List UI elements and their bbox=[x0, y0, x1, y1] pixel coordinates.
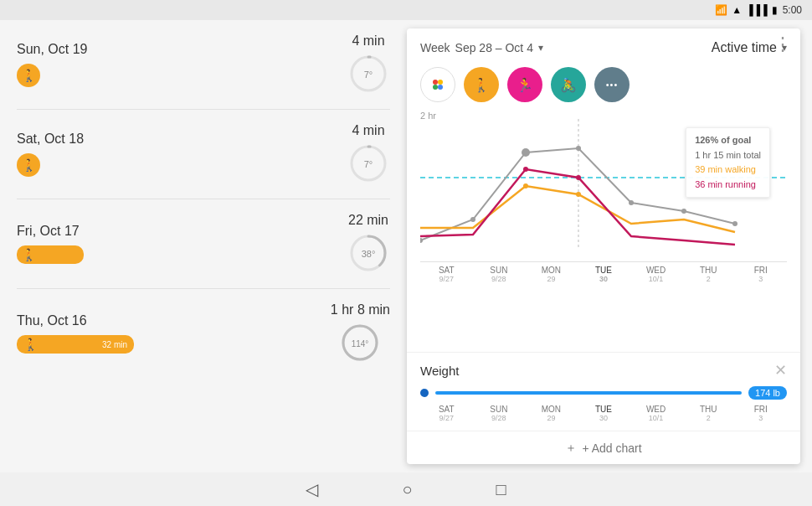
chart-svg-container: 126% of goal 1 hr 15 min total 39 min wa… bbox=[420, 111, 787, 261]
activity-icon-row: 🚶 bbox=[17, 153, 347, 177]
svg-point-26 bbox=[576, 192, 581, 197]
x-label-sat: SAT 9/27 bbox=[420, 266, 473, 283]
weight-bar-row: 174 lb bbox=[420, 386, 787, 400]
chart-x-labels: SAT 9/27 SUN 9/28 MON 29 TUE 30 WED 10 bbox=[420, 261, 787, 287]
activity-duration: 4 min bbox=[352, 34, 384, 49]
circle-progress: 7° bbox=[347, 52, 390, 96]
plus-icon: ＋ bbox=[565, 441, 577, 456]
week-range: Sep 28 – Oct 4 bbox=[455, 41, 533, 54]
svg-point-12 bbox=[433, 80, 438, 85]
status-bar: 📶 ▲ ▐▐▐ ▮ 5:00 bbox=[0, 0, 812, 20]
svg-point-20 bbox=[522, 148, 530, 157]
activity-item-right: 4 min 7° bbox=[347, 34, 390, 96]
activity-duration: 1 hr 8 min bbox=[331, 302, 390, 318]
activity-item-right: 1 hr 8 min 114° bbox=[331, 302, 390, 364]
weight-x-mon: MON 29 bbox=[525, 405, 578, 422]
weight-x-thu: THU 2 bbox=[682, 405, 735, 422]
progress-label: 32 min bbox=[102, 340, 127, 349]
weight-x-sat: SAT 9/27 bbox=[420, 405, 473, 422]
weight-dot bbox=[420, 389, 429, 397]
walk-icon: 🚶 bbox=[22, 248, 36, 261]
weight-x-wed: WED 10/1 bbox=[630, 405, 682, 422]
svg-point-23 bbox=[681, 209, 686, 214]
tooltip-running: 36 min running bbox=[695, 178, 761, 193]
walk-icon: 🚶 bbox=[17, 64, 40, 87]
weight-close-button[interactable]: ✕ bbox=[774, 361, 787, 380]
activity-item: Sat, Oct 18 🚶 4 min 7° bbox=[17, 110, 390, 199]
walk-activity-btn[interactable]: 🚶 bbox=[464, 67, 499, 102]
circle-progress: 7° bbox=[347, 142, 390, 185]
svg-point-22 bbox=[629, 200, 634, 205]
tooltip-walking: 39 min walking bbox=[695, 163, 761, 178]
svg-text:114°: 114° bbox=[352, 339, 369, 349]
activity-list: Sun, Oct 19 🚶 4 min 7° Sat, Oct 1 bbox=[0, 20, 407, 472]
week-dropdown-arrow[interactable]: ▾ bbox=[538, 42, 543, 54]
svg-point-15 bbox=[438, 85, 443, 90]
activity-icon-row: 🚶 32 min bbox=[17, 335, 331, 354]
add-chart-button[interactable]: ＋ + Add chart bbox=[565, 441, 641, 456]
svg-text:7°: 7° bbox=[364, 70, 373, 80]
chart-header: Week Sep 28 – Oct 4 ▾ Active time ▾ bbox=[407, 28, 800, 62]
weight-header: Weight ✕ bbox=[420, 361, 787, 380]
activity-duration: 4 min bbox=[352, 123, 384, 138]
status-icons: 📶 ▲ ▐▐▐ ▮ bbox=[715, 4, 777, 16]
svg-point-24 bbox=[732, 221, 737, 226]
activity-icon-row: 🚶 bbox=[17, 245, 347, 264]
x-label-sun: SUN 9/28 bbox=[473, 266, 526, 283]
svg-text:38°: 38° bbox=[362, 249, 376, 259]
walk-icon: 🚶 bbox=[17, 153, 40, 177]
home-button[interactable]: ○ bbox=[402, 480, 412, 499]
week-label: Week bbox=[420, 41, 450, 54]
add-chart-label: + Add chart bbox=[582, 441, 641, 455]
activity-icon-row: 🚶 bbox=[17, 64, 347, 87]
activity-item: Thu, Oct 16 🚶 32 min 1 hr 8 min 114° bbox=[17, 289, 390, 378]
status-time: 5:00 bbox=[783, 4, 802, 16]
weight-x-sun: SUN 9/28 bbox=[473, 405, 526, 422]
svg-point-19 bbox=[470, 217, 475, 222]
bottom-nav: ◁ ○ □ bbox=[0, 472, 812, 506]
x-label-thu: THU 2 bbox=[682, 266, 735, 283]
svg-point-13 bbox=[438, 80, 443, 85]
activity-item: Sun, Oct 19 🚶 4 min 7° bbox=[17, 20, 390, 110]
more-activity-btn[interactable]: ••• bbox=[594, 67, 630, 102]
svg-point-18 bbox=[420, 238, 423, 243]
weight-bar bbox=[435, 391, 742, 395]
back-button[interactable]: ◁ bbox=[306, 479, 318, 499]
tooltip-goal: 126% of goal bbox=[695, 133, 761, 148]
svg-text:7°: 7° bbox=[364, 159, 373, 169]
walk-icon: 🚶 bbox=[23, 338, 38, 351]
chart-tooltip: 126% of goal 1 hr 15 min total 39 min wa… bbox=[686, 127, 770, 198]
svg-point-21 bbox=[576, 146, 581, 151]
battery-icon: ▮ bbox=[772, 4, 778, 16]
activity-item-left: Sat, Oct 18 🚶 bbox=[17, 132, 347, 177]
main-content: Sun, Oct 19 🚶 4 min 7° Sat, Oct 1 bbox=[0, 20, 812, 472]
svg-point-14 bbox=[433, 85, 438, 90]
weight-value-badge: 174 lb bbox=[748, 386, 787, 400]
activity-date: Sun, Oct 19 bbox=[17, 42, 347, 57]
x-label-mon: MON 29 bbox=[525, 266, 578, 283]
x-label-fri: FRI 3 bbox=[734, 266, 787, 283]
activity-item-right: 22 min 38° bbox=[347, 213, 390, 275]
svg-point-28 bbox=[576, 175, 581, 180]
activity-item-left: Sun, Oct 19 🚶 bbox=[17, 42, 347, 87]
activity-item-right: 4 min 7° bbox=[347, 123, 390, 185]
google-activity-btn[interactable] bbox=[420, 67, 455, 102]
more-options-button[interactable]: ⋮ bbox=[765, 30, 800, 59]
chart-header-left: Week Sep 28 – Oct 4 ▾ bbox=[420, 41, 543, 54]
circle-progress: 38° bbox=[347, 231, 390, 275]
weight-x-fri: FRI 3 bbox=[734, 405, 787, 422]
run-activity-btn[interactable]: 🏃 bbox=[507, 67, 542, 102]
weight-title: Weight bbox=[420, 364, 459, 378]
activity-duration: 22 min bbox=[348, 213, 388, 228]
activity-date: Thu, Oct 16 bbox=[17, 313, 331, 328]
bluetooth-icon: 📶 bbox=[715, 4, 727, 16]
activity-item: Fri, Oct 17 🚶 22 min 38° bbox=[17, 199, 390, 289]
chart-card: Week Sep 28 – Oct 4 ▾ Active time ▾ ⋮ bbox=[407, 28, 800, 464]
activity-item-left: Fri, Oct 17 🚶 bbox=[17, 224, 347, 264]
recents-button[interactable]: □ bbox=[496, 480, 506, 499]
bike-activity-btn[interactable]: 🚴 bbox=[551, 67, 586, 102]
tooltip-total: 1 hr 15 min total bbox=[695, 148, 761, 163]
activity-date: Fri, Oct 17 bbox=[17, 224, 347, 239]
x-label-tue: TUE 30 bbox=[578, 266, 630, 283]
activity-item-left: Thu, Oct 16 🚶 32 min bbox=[17, 313, 331, 354]
